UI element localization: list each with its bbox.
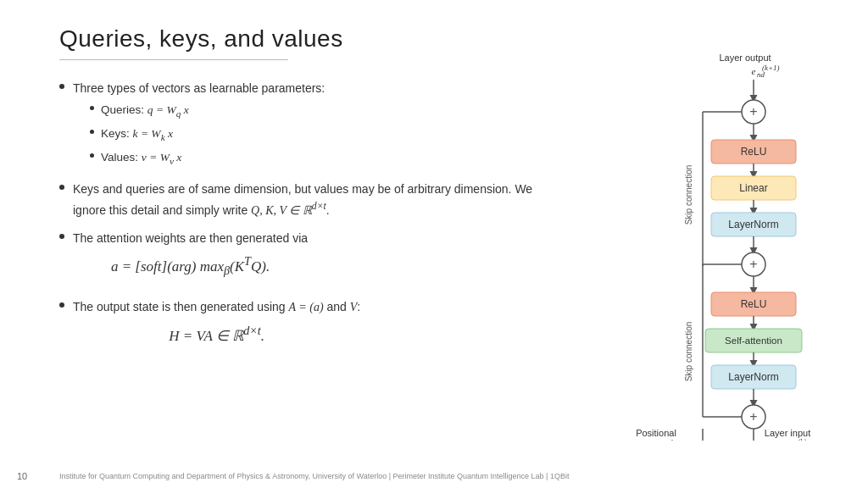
linear-label: Linear [739, 182, 767, 194]
bullet-2-text: Keys and queries are of same dimension, … [73, 180, 551, 219]
sub-bullet-values: Values: v = Wv x [90, 148, 325, 169]
math-block-1: a = [soft](arg) maxβ(KTQ). [73, 252, 308, 280]
layernorm2-label: LayerNorm [728, 371, 778, 383]
svg-text:+: + [749, 409, 757, 424]
svg-text:e: e [752, 66, 756, 76]
bullet-dot-1 [59, 84, 64, 89]
bullet-1-text: Three types of vectors as learnable para… [73, 79, 325, 171]
layernorm1-label: LayerNorm [728, 219, 778, 230]
svg-text:e: e [787, 440, 792, 441]
sub-bullets-1: Queries: q = Wq x Keys: k = Wk x Values:… [90, 101, 325, 168]
bullet-2: Keys and queries are of same dimension, … [59, 180, 551, 219]
footer-text: Institute for Quantum Computing and Depa… [59, 472, 569, 480]
svg-text:nd: nd [757, 70, 765, 79]
footer: 10 Institute for Quantum Computing and D… [0, 471, 868, 481]
svg-text:Skip connection: Skip connection [684, 322, 693, 382]
layer-output-label: Layer output [719, 53, 771, 63]
svg-text:+: + [749, 257, 757, 271]
svg-text:(k): (k) [798, 437, 806, 441]
bullet-4: The output state is then generated using… [59, 297, 551, 356]
positional-encoding-label: Positional [636, 428, 676, 438]
math-block-2: H = VA ∈ ℝd×t. [73, 321, 360, 347]
title-underline [59, 59, 288, 60]
bullet-1: Three types of vectors as learnable para… [59, 79, 551, 171]
svg-text:+: + [749, 104, 757, 119]
svg-text:encoding fnd: encoding fnd [632, 438, 680, 441]
slide: Queries, keys, and values Three types of… [0, 0, 868, 488]
slide-content: Three types of vectors as learnable para… [59, 79, 551, 356]
relu2-label: ReLU [741, 146, 767, 158]
bullet-4-text: The output state is then generated using… [73, 297, 360, 356]
bullet-3: The attention weights are then generated… [59, 229, 551, 289]
bullet-dot-4 [59, 302, 64, 308]
nn-diagram: Layer output e (k+1) nd + ReLU Linear [580, 42, 843, 441]
sub-bullet-queries: Queries: q = Wq x [90, 101, 325, 121]
svg-text:(k+1): (k+1) [762, 64, 780, 72]
sub-bullet-keys: Keys: k = Wk x [90, 125, 325, 145]
page-number: 10 [17, 471, 34, 481]
diagram-svg: Layer output e (k+1) nd + ReLU Linear [580, 42, 843, 441]
bullet-dot-2 [59, 185, 64, 190]
svg-text:Skip connection: Skip connection [684, 165, 693, 225]
bullet-3-text: The attention weights are then generated… [73, 229, 308, 289]
relu1-label: ReLU [741, 298, 767, 310]
selfattn-label: Self-attention [725, 336, 782, 346]
bullet-dot-3 [59, 234, 64, 239]
